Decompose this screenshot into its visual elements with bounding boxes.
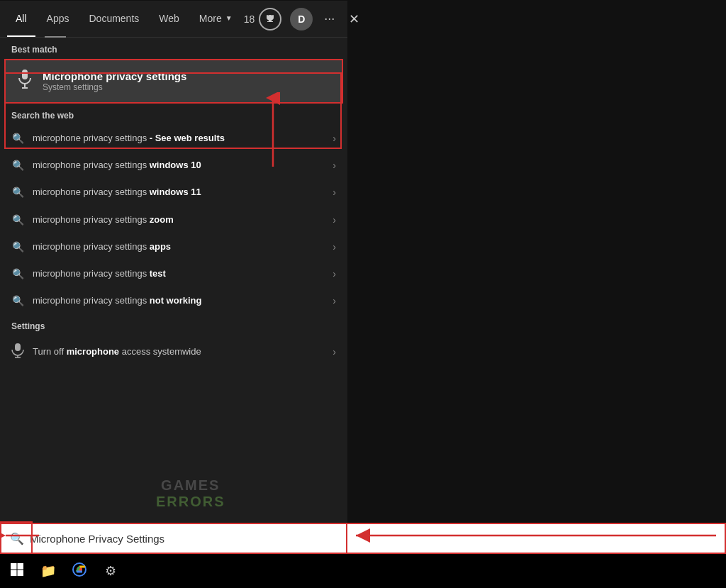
start-button[interactable] [3, 557, 31, 585]
search-panel: All Apps Documents Web More ▼ 18 [0, 1, 347, 554]
settings-taskbar-button[interactable]: ⚙ [96, 557, 125, 585]
svg-rect-1 [272, 15, 274, 18]
folder-icon: 📁 [40, 563, 56, 579]
web-search-item-2[interactable]: 🔍 microphone privacy settings windows 10… [0, 152, 347, 179]
web-search-item-5[interactable]: 🔍 microphone privacy settings apps › [0, 233, 347, 260]
web-search-item-6[interactable]: 🔍 microphone privacy settings test › [0, 260, 347, 287]
web-search-item-7[interactable]: 🔍 microphone privacy settings not workin… [0, 287, 347, 314]
settings-section-label: Settings [0, 314, 347, 335]
web-search-item-1[interactable]: 🔍 microphone privacy settings - See web … [0, 125, 347, 152]
svg-rect-17 [18, 570, 24, 576]
user-avatar[interactable]: D [290, 8, 313, 30]
tab-all[interactable]: All [7, 1, 35, 37]
web-search-text-4: microphone privacy settings zoom [33, 213, 324, 226]
windows-icon [10, 562, 24, 580]
chevron-right-icon-5: › [333, 241, 336, 253]
search-icon-7: 🔍 [11, 295, 24, 306]
web-search-text-7: microphone privacy settings not working [33, 294, 324, 307]
settings-item-1[interactable]: Turn off microphone access systemwide › [0, 335, 347, 368]
web-search-item-4[interactable]: 🔍 microphone privacy settings zoom › [0, 206, 347, 233]
search-icon-1: 🔍 [11, 133, 24, 144]
close-button[interactable]: ✕ [346, 9, 362, 30]
svg-rect-14 [11, 563, 17, 570]
tab-more[interactable]: More ▼ [191, 1, 241, 37]
chevron-right-icon-7: › [333, 295, 336, 306]
arrow-right-indicator [354, 520, 723, 551]
tab-apps[interactable]: Apps [38, 1, 78, 37]
web-search-item-3[interactable]: 🔍 microphone privacy settings windows 11… [0, 179, 347, 206]
settings-text-1: Turn off microphone access systemwide [33, 345, 324, 358]
svg-rect-5 [15, 343, 21, 351]
score-badge: 18 [244, 8, 282, 30]
microphone-settings-icon [11, 343, 24, 361]
chrome-icon [72, 562, 86, 580]
chevron-right-icon-4: › [333, 214, 336, 226]
chevron-right-icon-2: › [333, 160, 336, 171]
search-icon-2: 🔍 [11, 160, 24, 171]
web-search-text-5: microphone privacy settings apps [33, 240, 324, 253]
web-section-label: Search the web [0, 104, 347, 125]
svg-rect-15 [18, 563, 24, 570]
tabs-bar: All Apps Documents Web More ▼ 18 [0, 1, 347, 38]
microphone-icon [17, 69, 33, 94]
svg-rect-16 [11, 570, 17, 576]
web-search-text-3: microphone privacy settings windows 11 [33, 186, 324, 199]
web-search-text-6: microphone privacy settings test [33, 267, 324, 280]
arrow-up-indicator [262, 92, 284, 170]
trophy-icon [259, 8, 281, 30]
file-explorer-button[interactable]: 📁 [34, 557, 62, 585]
chevron-right-settings-icon: › [333, 346, 336, 357]
more-options-button[interactable]: ··· [321, 9, 337, 29]
svg-rect-0 [267, 15, 268, 18]
search-icon-3: 🔍 [11, 187, 24, 198]
tab-documents[interactable]: Documents [80, 1, 147, 37]
chrome-button[interactable] [65, 557, 94, 585]
chevron-down-icon: ▼ [225, 14, 233, 22]
chevron-right-icon-3: › [333, 187, 336, 198]
svg-rect-2 [22, 70, 28, 79]
chevron-right-icon-1: › [333, 133, 336, 144]
arrow-left-indicator [0, 520, 43, 551]
tab-web[interactable]: Web [150, 1, 188, 37]
best-match-text: Microphone privacy settings System setti… [43, 70, 186, 92]
search-icon-4: 🔍 [11, 214, 24, 226]
gear-icon: ⚙ [105, 563, 116, 579]
best-match-label: Best match [0, 38, 347, 59]
taskbar: 📁 ⚙ [0, 554, 726, 588]
search-icon-6: 🔍 [11, 268, 24, 279]
chevron-right-icon-6: › [333, 268, 336, 279]
left-panel: Best match Microphone privacy settings S… [0, 38, 347, 554]
best-match-item[interactable]: Microphone privacy settings System setti… [4, 59, 343, 104]
search-icon-5: 🔍 [11, 241, 24, 253]
